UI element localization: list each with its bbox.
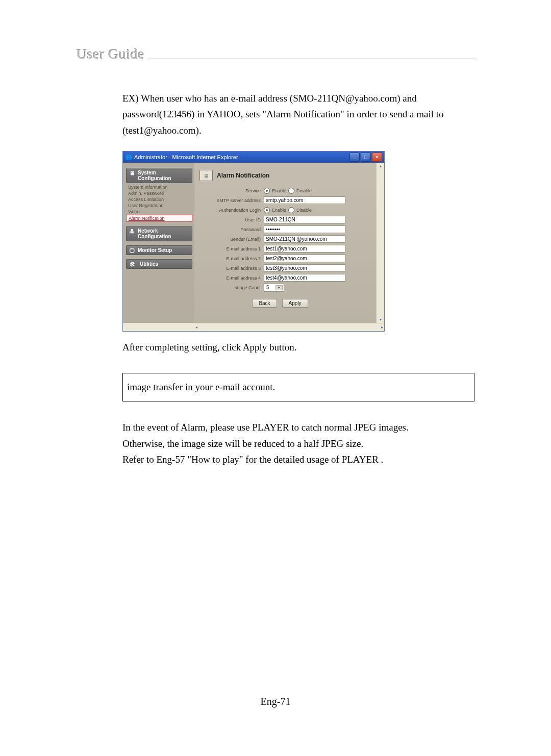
sidebar-item-access[interactable]: Access Limitation [126, 196, 192, 203]
note-box: image transfer in your e-mail account. [122, 373, 474, 401]
sidebar-cat-network[interactable]: 🖧Network Configuration [126, 226, 192, 241]
input-userid[interactable] [264, 216, 345, 223]
monitor-setup-icon: 🖵 [128, 247, 136, 254]
sidebar-cat-monitor[interactable]: 🖵Monitor Setup [126, 245, 192, 255]
input-email2[interactable] [264, 255, 345, 262]
label-password: Password [194, 227, 264, 232]
monitor-icon: 🖥 [128, 169, 136, 177]
input-email1[interactable] [264, 245, 345, 253]
label-service: Service [194, 188, 264, 193]
close-button[interactable]: × [372, 153, 382, 162]
intro-paragraph: EX) When user who has an e-mail address … [122, 90, 474, 138]
header-rule [149, 59, 474, 59]
radio-auth-enable[interactable] [264, 207, 270, 213]
chevron-down-icon: ▾ [276, 285, 283, 290]
page-number: Eng-71 [0, 696, 551, 708]
page-header: User Guide [77, 46, 474, 62]
after-paragraph-2: In the event of Alarm, please use PLAYER… [122, 419, 474, 467]
sidebar-item-alarm[interactable]: Alarm Notification [126, 215, 192, 222]
scroll-left-icon: ◂ [195, 325, 197, 330]
label-userid: User ID [194, 217, 264, 222]
input-smtp[interactable] [264, 196, 345, 204]
sidebar-item-sysinfo[interactable]: System Information [126, 184, 192, 190]
sidebar-item-video[interactable]: Video [126, 209, 192, 215]
label-smtp: SMTP server address [194, 198, 264, 203]
radio-service-enable[interactable] [264, 188, 270, 194]
after-paragraph-1: After completing setting, click Apply bu… [122, 339, 474, 355]
intro-line: password(123456) in YAHOO, sets "Alarm N… [122, 106, 474, 122]
screenshot: 🌐 Administrator - Microsoft Internet Exp… [122, 151, 474, 332]
scroll-right-icon: ▸ [381, 325, 383, 330]
vertical-scrollbar[interactable]: ▴ ▾ [376, 163, 384, 323]
radio-label: Disable [296, 188, 312, 193]
back-button[interactable]: Back [252, 299, 277, 308]
horizontal-scrollbar[interactable]: ◂ ▸ [194, 323, 384, 331]
sidebar-cat-system[interactable]: 🖥System Configuration [126, 168, 192, 183]
select-value: 5 [266, 285, 269, 290]
header-title: User Guide [77, 46, 144, 62]
window-title: Administrator - Microsoft Internet Explo… [134, 154, 347, 160]
radio-label: Disable [296, 208, 312, 213]
sidebar-item-adminpw[interactable]: Admin. Password [126, 190, 192, 196]
select-imgcount[interactable]: 5 ▾ [264, 284, 284, 292]
radio-label: Enable [272, 188, 286, 193]
titlebar: 🌐 Administrator - Microsoft Internet Exp… [123, 152, 384, 163]
text-line: Refer to Eng-57 "How to play" for the de… [122, 451, 474, 467]
main-panel: 🖥 Alarm Notification Service Enable Disa… [194, 163, 376, 323]
sidebar-cat-label: Utilities [140, 261, 158, 267]
sidebar-cat-label: Network Configuration [138, 228, 171, 239]
label-email3: E-mail address 3 [194, 266, 264, 271]
sidebar-cat-label: System Configuration [138, 170, 171, 181]
label-email1: E-mail address 1 [194, 246, 264, 251]
maximize-button[interactable]: □ [361, 153, 371, 162]
input-password[interactable] [264, 225, 345, 233]
browser-window: 🌐 Administrator - Microsoft Internet Exp… [122, 151, 385, 332]
radio-auth-disable[interactable] [288, 207, 294, 213]
sidebar: 🖥System Configuration System Information… [123, 163, 194, 323]
panel-title: Alarm Notification [217, 172, 269, 179]
sidebar-cat-label: Monitor Setup [138, 247, 172, 253]
input-email3[interactable] [264, 264, 345, 272]
radio-label: Enable [272, 208, 286, 213]
label-email4: E-mail address 4 [194, 275, 264, 281]
panel-icon: 🖥 [199, 170, 213, 181]
radio-service-disable[interactable] [288, 188, 294, 194]
minimize-button[interactable]: _ [349, 153, 360, 162]
intro-line: (test1@yahoo.com). [122, 122, 474, 138]
ie-icon: 🌐 [125, 154, 132, 161]
input-email4[interactable] [264, 274, 345, 282]
label-auth: Authentication Login [194, 208, 264, 213]
scroll-down-icon: ▾ [380, 317, 382, 322]
client-area: 🖥System Configuration System Information… [123, 163, 376, 323]
sidebar-item-userreg[interactable]: User Registration [126, 203, 192, 209]
text-line: In the event of Alarm, please use PLAYER… [122, 419, 474, 435]
label-imgcount: Image Count [194, 285, 264, 290]
input-sender[interactable] [264, 235, 345, 243]
label-sender: Sender (Email) [194, 237, 264, 242]
label-email2: E-mail address 2 [194, 256, 264, 261]
tools-icon: 🛠 [128, 261, 136, 268]
apply-button[interactable]: Apply [282, 299, 308, 308]
text-line: Otherwise, the image size will be reduce… [122, 436, 474, 451]
sidebar-cat-utilities[interactable]: 🛠Utilities [126, 259, 192, 269]
network-icon: 🖧 [128, 228, 136, 235]
intro-line: EX) When user who has an e-mail address … [122, 90, 474, 106]
scroll-up-icon: ▴ [380, 164, 382, 168]
